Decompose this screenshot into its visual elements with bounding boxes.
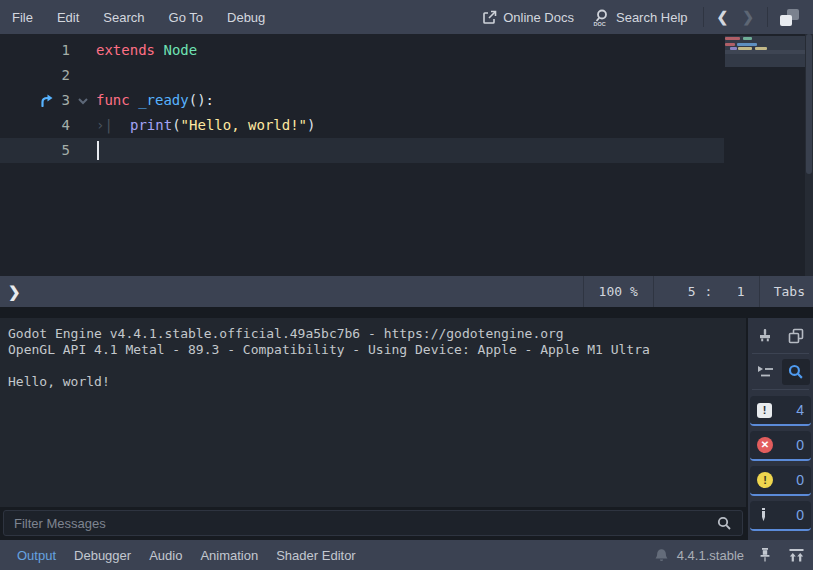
editor-status-bar: ❯ 100 % 5 : 1 Tabs xyxy=(0,276,813,307)
gutter-breakpoint-area[interactable] xyxy=(0,113,56,138)
editor-scrollbar[interactable] xyxy=(805,34,813,276)
code-line-1[interactable]: 1extends Node xyxy=(0,38,724,63)
editor-count: 0 xyxy=(796,507,804,523)
tab-animation[interactable]: Animation xyxy=(191,544,267,567)
menubar-separator xyxy=(703,7,704,27)
filter-row xyxy=(0,507,746,540)
version-label[interactable]: 4.4.1.stable xyxy=(677,548,744,563)
filter-editor-button[interactable]: 0 xyxy=(750,501,811,531)
line-number: 1 xyxy=(56,38,70,63)
code-text: ›|print("Hello, world!") xyxy=(96,113,315,138)
fold-column xyxy=(70,38,96,63)
menu-go-to[interactable]: Go To xyxy=(157,6,215,29)
gutter-breakpoint-area[interactable] xyxy=(0,63,56,88)
warnings-count: 0 xyxy=(796,472,804,488)
search-help-label: Search Help xyxy=(616,10,688,25)
svg-text:DOC: DOC xyxy=(593,21,605,27)
output-toolbar: !4✕0!00 xyxy=(748,318,813,540)
line-number: 4 xyxy=(56,113,70,138)
output-panel: Godot Engine v4.4.1.stable.official.49a5… xyxy=(0,318,813,540)
zoom-level: 100 % xyxy=(584,276,653,307)
pen-icon xyxy=(757,507,770,523)
override-arrow-icon xyxy=(39,94,54,107)
output-log-line: Godot Engine v4.4.1.stable.official.49a5… xyxy=(8,326,746,342)
history-back-button[interactable]: ❮ xyxy=(710,7,736,27)
history-forward-button[interactable]: ❯ xyxy=(735,7,761,27)
errors-count: 0 xyxy=(796,437,804,453)
pin-panel-icon[interactable] xyxy=(758,547,772,563)
output-log[interactable]: Godot Engine v4.4.1.stable.official.49a5… xyxy=(0,318,746,507)
line-number: 5 xyxy=(56,138,70,163)
line-number: 2 xyxy=(56,63,70,88)
menu-debug[interactable]: Debug xyxy=(215,6,277,29)
code-line-2[interactable]: 2 xyxy=(0,63,724,88)
show-search-button[interactable] xyxy=(782,359,810,385)
cursor-column: 1 xyxy=(737,284,745,299)
menu-edit[interactable]: Edit xyxy=(45,6,91,29)
indent-type: Tabs xyxy=(760,276,813,307)
minimap-current-line xyxy=(725,50,805,54)
filter-messages-button[interactable]: !4 xyxy=(750,396,811,426)
tab-debugger[interactable]: Debugger xyxy=(65,544,140,567)
gutter-breakpoint-area[interactable] xyxy=(0,88,56,113)
fold-arrow-icon[interactable] xyxy=(70,88,96,113)
menu-search[interactable]: Search xyxy=(91,6,156,29)
make-floating-button[interactable] xyxy=(780,9,799,26)
collapse-tree-icon xyxy=(756,364,774,380)
menubar: FileEditSearchGo ToDebug Online Docs DOC… xyxy=(0,0,813,34)
online-docs-label: Online Docs xyxy=(503,10,574,25)
editor-scrollbar-thumb[interactable] xyxy=(806,34,812,174)
message-filters: !4✕0!00 xyxy=(750,396,811,536)
fold-column xyxy=(70,113,96,138)
bottom-bar: OutputDebuggerAudioAnimationShader Edito… xyxy=(0,540,813,570)
output-log-line: Hello, world! xyxy=(8,374,746,390)
toggle-scripts-panel-button[interactable]: ❯ xyxy=(0,283,29,301)
expand-panel-icon[interactable] xyxy=(788,548,805,563)
fold-column xyxy=(70,63,96,88)
output-log-line xyxy=(8,358,746,374)
search-help-button[interactable]: DOC Search Help xyxy=(583,5,697,29)
tab-output[interactable]: Output xyxy=(8,544,65,567)
menubar-right: Online Docs DOC Search Help ❮ ❯ xyxy=(473,5,805,29)
clear-output-button[interactable] xyxy=(751,323,779,349)
error-circle-icon: ✕ xyxy=(757,437,773,453)
filter-search-icon xyxy=(716,515,732,531)
code-line-3[interactable]: 3func _ready(): xyxy=(0,88,724,113)
search-doc-icon: DOC xyxy=(592,8,610,26)
minimap[interactable] xyxy=(725,36,805,67)
filter-warnings-button[interactable]: !0 xyxy=(750,466,811,496)
menu-items: FileEditSearchGo ToDebug xyxy=(8,6,277,29)
tab-audio[interactable]: Audio xyxy=(140,544,191,567)
code-text: extends Node xyxy=(96,38,197,63)
message-square-icon: ! xyxy=(757,403,772,418)
external-link-icon xyxy=(482,10,497,25)
text-caret xyxy=(97,141,99,160)
code-text: func _ready(): xyxy=(96,88,214,113)
line-number: 3 xyxy=(56,88,70,113)
output-log-line: OpenGL API 4.1 Metal - 89.3 - Compatibil… xyxy=(8,342,746,358)
code-line-4[interactable]: 4›|print("Hello, world!") xyxy=(0,113,724,138)
filter-errors-button[interactable]: ✕0 xyxy=(750,431,811,461)
code-line-5[interactable]: 5 xyxy=(0,138,724,163)
warning-circle-icon: ! xyxy=(757,472,773,488)
gutter-breakpoint-area[interactable] xyxy=(0,38,56,63)
copy-icon xyxy=(788,328,804,344)
tab-shader-editor[interactable]: Shader Editor xyxy=(267,544,365,567)
notification-bell-icon[interactable] xyxy=(654,548,669,563)
collapse-duplicates-button[interactable] xyxy=(751,359,779,385)
messages-count: 4 xyxy=(796,402,804,418)
bottom-tabs: OutputDebuggerAudioAnimationShader Edito… xyxy=(8,544,365,567)
clear-icon xyxy=(757,328,773,344)
code-area[interactable]: 1extends Node23func _ready():4›|print("H… xyxy=(0,38,724,163)
gutter-breakpoint-area[interactable] xyxy=(0,138,56,163)
cursor-line: 5 xyxy=(688,284,696,299)
cursor-position: 5 : 1 xyxy=(654,276,759,307)
copy-output-button[interactable] xyxy=(782,323,810,349)
script-editor[interactable]: 1extends Node23func _ready():4›|print("H… xyxy=(0,34,813,276)
tab-indent-marker: ›| xyxy=(96,113,130,138)
filter-messages-input[interactable] xyxy=(4,516,742,531)
menu-file[interactable]: File xyxy=(8,6,45,29)
search-icon xyxy=(787,363,804,380)
fold-column xyxy=(70,138,96,163)
online-docs-button[interactable]: Online Docs xyxy=(473,7,583,28)
